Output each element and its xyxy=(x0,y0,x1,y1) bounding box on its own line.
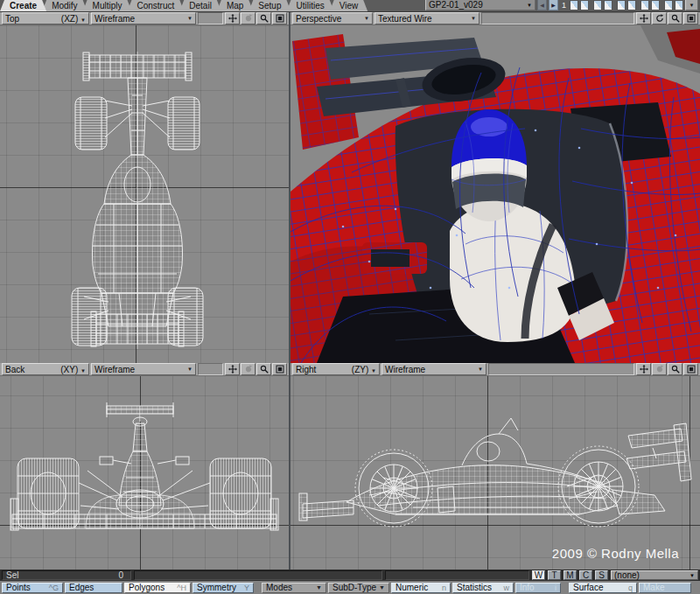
vmap-selection-button[interactable]: S xyxy=(595,570,608,580)
zoom-viewport-icon[interactable] xyxy=(668,363,682,375)
artist-watermark: 2009 © Rodny Mella xyxy=(552,546,679,561)
viewport-title-field xyxy=(481,12,634,24)
vmap-color-button[interactable]: C xyxy=(579,570,592,580)
vmap-weight-button[interactable]: W xyxy=(532,570,545,580)
statistics-panel-button[interactable]: Statisticsw xyxy=(452,583,514,593)
points-mode-button[interactable]: Points^G xyxy=(2,583,63,593)
dropdown-arrow-icon: ▼ xyxy=(478,367,483,372)
viewport-top-header: Top (XZ) ▼ Wireframe ▼ xyxy=(0,12,289,25)
view-type-selector[interactable]: Back (XY) ▼ xyxy=(2,363,89,375)
next-layer-bank-button[interactable]: ▶ xyxy=(549,0,558,10)
make-button[interactable]: Make xyxy=(639,583,691,593)
menu-tab-detail[interactable]: Detail xyxy=(179,0,221,11)
bottom-toolbar: Points^G Edges Polygons^H SymmetryY Mode… xyxy=(0,581,700,594)
zoom-viewport-icon[interactable] xyxy=(668,12,682,24)
object-selector-dropdown[interactable]: GP2-01_v029 ▼ xyxy=(425,0,536,10)
viewport-top-canvas[interactable] xyxy=(0,25,289,363)
maximize-viewport-icon[interactable] xyxy=(272,363,287,375)
dropdown-arrow-icon: ▼ xyxy=(80,368,86,374)
vmap-selector-dropdown[interactable]: (none) ▼ xyxy=(611,570,698,580)
render-mode-selector[interactable]: Textured Wire ▼ xyxy=(374,12,480,24)
viewport-back-canvas[interactable] xyxy=(0,376,289,570)
layer-button-6[interactable] xyxy=(627,0,636,10)
selection-info-field-2 xyxy=(385,570,529,580)
rotate-viewport-icon[interactable] xyxy=(652,363,667,375)
vmap-morph-button[interactable]: M xyxy=(564,570,577,580)
layer-button-10[interactable] xyxy=(675,0,683,10)
render-mode-selector[interactable]: Wireframe ▼ xyxy=(91,12,196,24)
layer-button-5[interactable] xyxy=(617,0,626,10)
menu-tab-construct[interactable]: Construct xyxy=(128,0,185,11)
dropdown-arrow-icon: ▼ xyxy=(379,584,385,591)
viewport-title-field xyxy=(488,363,634,375)
menu-tab-multiply[interactable]: Multiply xyxy=(83,0,132,11)
menu-tab-view[interactable]: View xyxy=(330,0,368,11)
layer-button-4[interactable] xyxy=(604,0,612,10)
pan-viewport-icon[interactable] xyxy=(636,12,651,24)
view-type-selector[interactable]: Right (ZY) ▼ xyxy=(292,363,380,375)
dropdown-arrow-icon: ▼ xyxy=(471,16,476,21)
viewport-perspective-canvas[interactable] xyxy=(290,25,700,363)
menu-tab-map[interactable]: Map xyxy=(217,0,253,11)
render-mode-selector[interactable]: Wireframe ▼ xyxy=(91,363,196,375)
numeric-panel-button[interactable]: Numericn xyxy=(391,583,451,593)
symmetry-button[interactable]: SymmetryY xyxy=(192,583,254,593)
layer-button-7[interactable] xyxy=(640,0,649,10)
view-type-selector[interactable]: Top (XZ) ▼ xyxy=(2,12,89,24)
driver-helmet xyxy=(452,109,527,221)
perspective-textured-car xyxy=(290,25,700,363)
render-mode-selector[interactable]: Wireframe ▼ xyxy=(382,363,486,375)
pan-viewport-icon[interactable] xyxy=(225,12,240,24)
info-panel-button[interactable]: Infoi xyxy=(515,583,561,593)
layer-button-2[interactable] xyxy=(580,0,589,10)
viewport-back-header: Back (XY) ▼ Wireframe ▼ xyxy=(0,363,289,376)
layer-list-dropdown[interactable]: ▼ xyxy=(685,0,698,10)
rotate-viewport-icon[interactable] xyxy=(652,12,667,24)
viewport-right-canvas[interactable]: 2009 © Rodny Mella xyxy=(290,376,700,570)
selection-count-value: 0 xyxy=(118,570,123,580)
surface-button[interactable]: Surfaceq xyxy=(569,583,637,593)
menu-tab-modify[interactable]: Modify xyxy=(42,0,87,11)
maximize-viewport-icon[interactable] xyxy=(683,12,698,24)
view-type-selector[interactable]: Perspective ▼ xyxy=(292,12,373,24)
dropdown-arrow-icon: ▼ xyxy=(187,16,192,21)
modes-dropdown[interactable]: Modes▼ xyxy=(262,583,326,593)
dropdown-arrow-icon: ▼ xyxy=(80,17,86,23)
dropdown-arrow-icon: ▼ xyxy=(371,368,376,374)
dropdown-arrow-icon: ▼ xyxy=(187,367,192,372)
rotate-viewport-icon[interactable] xyxy=(241,363,256,375)
lightwave-modeler-window: Create Modify Multiply Construct Detail … xyxy=(0,0,700,594)
menu-tab-setup[interactable]: Setup xyxy=(248,0,290,11)
prev-layer-bank-button[interactable]: ◀ xyxy=(537,0,547,10)
layer-button-3[interactable] xyxy=(593,0,602,10)
menu-tab-create[interactable]: Create xyxy=(0,0,46,11)
viewport-perspective: Perspective ▼ Textured Wire ▼ xyxy=(290,12,700,363)
zoom-viewport-icon[interactable] xyxy=(256,363,271,375)
layer-button-9[interactable] xyxy=(664,0,673,10)
dropdown-arrow-icon: ▼ xyxy=(527,3,532,8)
back-view-wireframe-car xyxy=(0,376,289,570)
maximize-viewport-icon[interactable] xyxy=(272,12,287,24)
subd-type-dropdown[interactable]: SubD-Type▼ xyxy=(328,583,389,593)
menu-tab-utilities[interactable]: Utilities xyxy=(286,0,333,11)
maximize-viewport-icon[interactable] xyxy=(683,363,698,375)
layer-button-8[interactable] xyxy=(651,0,660,10)
viewport-right: Right (ZY) ▼ Wireframe ▼ xyxy=(290,363,700,570)
viewport-perspective-header: Perspective ▼ Textured Wire ▼ xyxy=(290,12,700,25)
edges-mode-button[interactable]: Edges xyxy=(65,583,122,593)
vmap-texture-button[interactable]: T xyxy=(548,570,561,580)
pan-viewport-icon[interactable] xyxy=(636,363,651,375)
viewport-title-field xyxy=(198,12,223,24)
top-view-wireframe-car xyxy=(0,25,289,363)
pan-viewport-icon[interactable] xyxy=(225,363,240,375)
dropdown-arrow-icon: ▼ xyxy=(316,584,322,591)
polygons-mode-button[interactable]: Polygons^H xyxy=(124,583,191,593)
menu-bar: Create Modify Multiply Construct Detail … xyxy=(0,0,700,12)
viewport-back: Back (XY) ▼ Wireframe ▼ xyxy=(0,363,289,570)
status-bar: Sel0 W T M C S (none) ▼ xyxy=(0,570,700,581)
rotate-viewport-icon[interactable] xyxy=(241,12,256,24)
zoom-viewport-icon[interactable] xyxy=(256,12,271,24)
side-view-wireframe-car xyxy=(290,376,700,570)
object-layer-controls: GP2-01_v029 ▼ ◀ ▶ 1 ▼ xyxy=(425,0,700,11)
layer-button-1[interactable] xyxy=(570,0,578,10)
